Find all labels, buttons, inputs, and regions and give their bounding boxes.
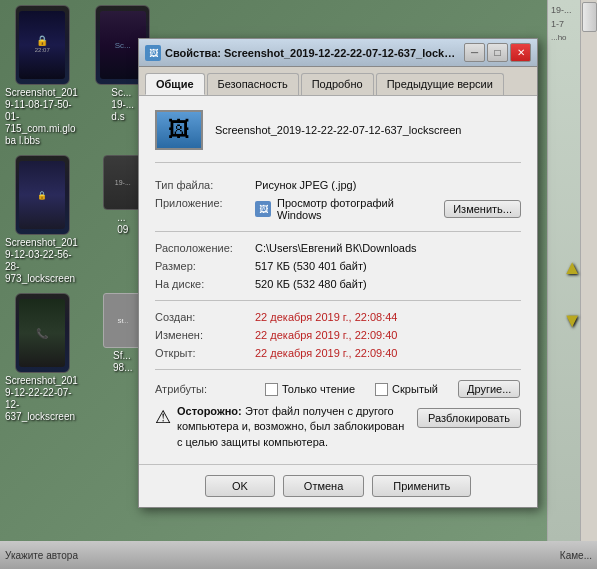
tab-details[interactable]: Подробно	[301, 73, 374, 95]
minimize-button[interactable]: ─	[464, 43, 485, 62]
app-value-row: 🖼 Просмотр фотографий Windows Изменить..…	[255, 197, 521, 221]
readonly-label: Только чтение	[282, 383, 355, 395]
icon-label-1: Screenshot_2019-11-08-17-50-01-715_com.m…	[5, 87, 80, 147]
bottom-right-text: Каме...	[560, 550, 592, 561]
modified-value: 22 декабря 2019 г., 22:09:40	[255, 329, 521, 341]
location-value: C:\Users\Евгений ВК\Downloads	[255, 242, 521, 254]
warning-content: Осторожно: Этот файл получен с другого к…	[177, 404, 409, 450]
icon-label-5: Screenshot_2019-12-22-22-07-12-637_locks…	[5, 375, 80, 423]
title-bar-buttons: ─ □ ✕	[464, 43, 531, 62]
readonly-checkbox-item: Только чтение	[265, 383, 355, 396]
attrs-row: Атрибуты: Только чтение Скрытый Другие..…	[155, 380, 521, 398]
divider-2	[155, 300, 521, 301]
created-row: Создан: 22 декабря 2019 г., 22:08:44	[155, 311, 521, 323]
close-button[interactable]: ✕	[510, 43, 531, 62]
taskbar: Укажите автора Каме...	[0, 541, 597, 569]
location-row: Расположение: C:\Users\Евгений ВК\Downlo…	[155, 242, 521, 254]
opened-row: Открыт: 22 декабря 2019 г., 22:09:40	[155, 347, 521, 359]
phone-preview-1: 🔒 22:07	[15, 5, 70, 85]
hidden-checkbox[interactable]	[375, 383, 388, 396]
modified-label: Изменен:	[155, 329, 255, 341]
title-bar[interactable]: 🖼 Свойства: Screenshot_2019-12-22-22-07-…	[139, 39, 537, 67]
bottom-left-text: Укажите автора	[5, 550, 78, 561]
scrollbar[interactable]	[580, 0, 597, 541]
tab-previous-versions[interactable]: Предыдущие версии	[376, 73, 504, 95]
dialog-content: 🖼 Screenshot_2019-12-22-22-07-12-637_loc…	[139, 96, 537, 464]
location-label: Расположение:	[155, 242, 255, 254]
divider-3	[155, 369, 521, 370]
hidden-label: Скрытый	[392, 383, 438, 395]
disk-row: На диске: 520 КБ (532 480 байт)	[155, 278, 521, 290]
tab-general[interactable]: Общие	[145, 73, 205, 95]
modified-row: Изменен: 22 декабря 2019 г., 22:09:40	[155, 329, 521, 341]
tabs-container: Общие Безопасность Подробно Предыдущие в…	[139, 67, 537, 96]
created-value: 22 декабря 2019 г., 22:08:44	[255, 311, 521, 323]
opened-value: 22 декабря 2019 г., 22:09:40	[255, 347, 521, 359]
other-attrs-button[interactable]: Другие...	[458, 380, 520, 398]
change-app-button[interactable]: Изменить...	[444, 200, 521, 218]
dialog-buttons: OK Отмена Применить	[139, 464, 537, 507]
dialog-icon: 🖼	[145, 45, 161, 61]
app-value: Просмотр фотографий Windows	[277, 197, 438, 221]
app-label: Приложение:	[155, 197, 255, 209]
attrs-label: Атрибуты:	[155, 383, 255, 395]
warning-icon: ⚠	[155, 406, 171, 428]
file-thumbnail: 🖼	[155, 110, 203, 150]
type-label: Тип файла:	[155, 179, 255, 191]
phone-preview-3: 🔒	[15, 155, 70, 235]
maximize-button[interactable]: □	[487, 43, 508, 62]
hidden-checkbox-item: Скрытый	[375, 383, 438, 396]
icon-label-6: Sf...98...	[113, 350, 132, 374]
disk-label: На диске:	[155, 278, 255, 290]
desktop-icon-5[interactable]: 📞 Screenshot_2019-12-22-22-07-12-637_loc…	[5, 293, 80, 423]
dialog-title: Свойства: Screenshot_2019-12-22-22-07-12…	[165, 47, 460, 59]
size-label: Размер:	[155, 260, 255, 272]
file-header: 🖼 Screenshot_2019-12-22-22-07-12-637_loc…	[155, 110, 521, 163]
type-value: Рисунок JPEG (.jpg)	[255, 179, 521, 191]
app-row: Приложение: 🖼 Просмотр фотографий Window…	[155, 197, 521, 221]
desktop: 🔒 22:07 Screenshot_2019-11-08-17-50-01-7…	[0, 0, 597, 569]
icon-label-2: Sc...19-...d.s	[111, 87, 134, 123]
ok-button[interactable]: OK	[205, 475, 275, 497]
file-name-display: Screenshot_2019-12-22-22-07-12-637_locks…	[215, 124, 461, 136]
desktop-icon-1[interactable]: 🔒 22:07 Screenshot_2019-11-08-17-50-01-7…	[5, 5, 80, 147]
cancel-button[interactable]: Отмена	[283, 475, 364, 497]
tab-security[interactable]: Безопасность	[207, 73, 299, 95]
unblock-button[interactable]: Разблокировать	[417, 408, 521, 428]
size-row: Размер: 517 КБ (530 401 байт)	[155, 260, 521, 272]
created-label: Создан:	[155, 311, 255, 323]
size-value: 517 КБ (530 401 байт)	[255, 260, 521, 272]
divider-1	[155, 231, 521, 232]
desktop-icon-3[interactable]: 🔒 Screenshot_2019-12-03-22-56-28-973_loc…	[5, 155, 80, 285]
warning-prefix: Осторожно:	[177, 405, 242, 417]
apply-button[interactable]: Применить	[372, 475, 471, 497]
properties-dialog: 🖼 Свойства: Screenshot_2019-12-22-22-07-…	[138, 38, 538, 508]
app-icon: 🖼	[255, 201, 271, 217]
warning-box: ⚠ Осторожно: Этот файл получен с другого…	[155, 404, 521, 450]
icon-label-4: ...09	[117, 212, 128, 236]
phone-preview-5: 📞	[15, 293, 70, 373]
type-row: Тип файла: Рисунок JPEG (.jpg)	[155, 179, 521, 191]
opened-label: Открыт:	[155, 347, 255, 359]
icon-label-3: Screenshot_2019-12-03-22-56-28-973_locks…	[5, 237, 80, 285]
readonly-checkbox[interactable]	[265, 383, 278, 396]
disk-value: 520 КБ (532 480 байт)	[255, 278, 521, 290]
scrollbar-thumb[interactable]	[582, 2, 597, 32]
